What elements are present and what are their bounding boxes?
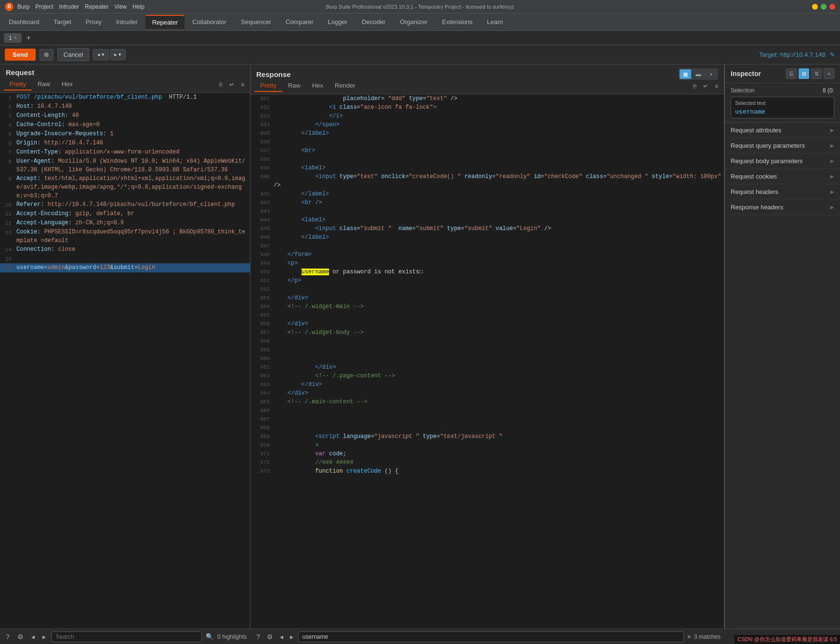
close-button[interactable]	[829, 4, 835, 10]
view-top-btn[interactable]: ▬	[693, 69, 704, 79]
next-button[interactable]: ▸ ▾	[110, 49, 126, 60]
nav-tabs: Dashboard Target Proxy Intruder Repeater…	[0, 13, 840, 31]
resp-line-972: 972 //### #####	[250, 458, 724, 467]
tab-sequencer[interactable]: Sequencer	[234, 15, 278, 28]
send-button[interactable]: Send	[5, 49, 36, 61]
view-split-btn[interactable]: ▦	[680, 69, 691, 79]
resp-clear-search-btn[interactable]: ×	[687, 633, 691, 641]
response-menu-btn[interactable]: ≡	[713, 82, 720, 90]
request-tab-hex[interactable]: Hex	[56, 78, 79, 90]
prev-button[interactable]: ◂ ▾	[93, 49, 109, 60]
inspector-close-btn[interactable]: ×	[824, 68, 834, 79]
repeater-tab-1-close[interactable]: ×	[14, 35, 17, 40]
response-tab-hex[interactable]: Hex	[306, 80, 329, 92]
resp-line-955: 955	[250, 311, 724, 320]
resp-fwd-btn[interactable]: ▸	[288, 632, 295, 642]
req-settings-btn[interactable]: ⚙	[15, 632, 26, 642]
tab-target[interactable]: Target	[47, 15, 78, 28]
inspector-request-cookies[interactable]: Request cookies ▶	[725, 169, 840, 184]
menu-view[interactable]: View	[114, 3, 127, 10]
request-bottom-bar: ? ⚙ ◂ ▸ 🔍 0 highlights	[0, 629, 250, 644]
cancel-button[interactable]: Cancel	[57, 48, 89, 61]
req-help-btn[interactable]: ?	[4, 632, 12, 642]
menu-intruder[interactable]: Intruder	[59, 3, 79, 10]
tab-logger[interactable]: Logger	[321, 15, 354, 28]
bottom-bars: ? ⚙ ◂ ▸ 🔍 0 highlights ? ⚙ ◂ ▸ × 3 match…	[0, 629, 840, 644]
resp-line-956: 956 </div>	[250, 320, 724, 328]
tab-organizer[interactable]: Organizer	[393, 15, 434, 28]
menu-help[interactable]: Help	[132, 3, 144, 10]
menu-project[interactable]: Project	[35, 3, 53, 10]
request-wrap-btn[interactable]: ↵	[227, 80, 236, 89]
request-line-10: 10 Referer: http://10.4.7.148/pikachu/vu…	[0, 200, 250, 209]
maximize-button[interactable]	[821, 4, 827, 10]
resp-help-btn[interactable]: ?	[254, 632, 262, 642]
inspector-response-headers[interactable]: Response headers ▶	[725, 200, 840, 215]
inspector-split-btn[interactable]: ⊞	[799, 68, 809, 79]
tab-dashboard[interactable]: Dashboard	[2, 15, 46, 28]
tab-proxy[interactable]: Proxy	[79, 15, 108, 28]
menu-burp[interactable]: Burp	[17, 3, 29, 10]
request-code-area[interactable]: 1 POST /pikachu/vul/burteforce/bf_client…	[0, 93, 250, 629]
req-search-icon-btn[interactable]: 🔍	[206, 633, 213, 640]
request-line-16: 16 username=admin&password=123&submit=Lo…	[0, 263, 250, 272]
window-controls	[812, 4, 835, 10]
selection-count: 8 (0:	[823, 87, 834, 94]
response-title: Response	[256, 70, 291, 78]
inspector-request-headers[interactable]: Request headers ▶	[725, 184, 840, 200]
view-right-btn[interactable]: ▪	[706, 69, 717, 79]
tab-collaborator[interactable]: Collaborator	[185, 15, 233, 28]
selection-label: Selection 8 (0:	[731, 87, 834, 94]
resp-line-959: 959	[250, 346, 724, 354]
inspector-request-attributes[interactable]: Request attributes ▶	[725, 123, 840, 138]
response-tab-pretty[interactable]: Pretty	[254, 80, 282, 92]
repeater-tab-1[interactable]: 1 ×	[4, 33, 22, 43]
settings-button[interactable]: ⚙	[39, 49, 53, 61]
request-line-14: 14 Connection: close	[0, 245, 250, 254]
req-fwd-btn[interactable]: ▸	[40, 632, 48, 642]
request-line-11: 11 Accept-Encoding: gzip, deflate, br	[0, 209, 250, 219]
inspector-request-body-params[interactable]: Request body parameters ▶	[725, 154, 840, 169]
request-headers-arrow: ▶	[830, 189, 834, 194]
response-panel: Response ▦ ▬ ▪ Pretty Raw Hex Render ⎘ ↵…	[250, 64, 724, 629]
tab-repeater[interactable]: Repeater	[145, 15, 184, 29]
inspector-list-btn[interactable]: ☰	[786, 68, 797, 79]
request-query-params-label: Request query parameters	[731, 142, 805, 149]
response-copy-btn[interactable]: ⎘	[691, 82, 698, 90]
request-tab-pretty[interactable]: Pretty	[4, 78, 32, 90]
request-line-13: 13 Cookie: PHPSESSID=r8scqdued5oqq95rf7p…	[0, 228, 250, 245]
request-menu-btn[interactable]: ≡	[239, 80, 246, 89]
resp-line-971: 971 var code;	[250, 450, 724, 458]
view-buttons: ▦ ▬ ▪	[679, 68, 718, 80]
tab-decoder[interactable]: Decoder	[355, 15, 392, 28]
minimize-button[interactable]	[812, 4, 818, 10]
inspector-request-query-params[interactable]: Request query parameters ▶	[725, 138, 840, 154]
req-back-btn[interactable]: ◂	[29, 632, 37, 642]
resp-back-btn[interactable]: ◂	[278, 632, 285, 642]
resp-line-939: 939 <label>	[250, 164, 724, 172]
response-panel-header-row: Response ▦ ▬ ▪	[250, 64, 724, 80]
request-copy-btn[interactable]: ⎘	[217, 80, 224, 89]
response-code-area[interactable]: 931 placeholder= "ddd" type="text" /> 93…	[250, 94, 724, 629]
tab-extensions[interactable]: Extensions	[435, 15, 480, 28]
resp-line-938: 938	[250, 155, 724, 164]
tab-learn[interactable]: Learn	[480, 15, 510, 28]
resp-line-962: 962 <!-- /.page-content -->	[250, 372, 724, 380]
menu-repeater[interactable]: Repeater	[85, 3, 108, 10]
resp-settings-btn[interactable]: ⚙	[265, 632, 275, 642]
response-tab-raw[interactable]: Raw	[282, 80, 306, 92]
edit-target-button[interactable]: ✎	[830, 51, 835, 58]
request-body-params-arrow: ▶	[830, 158, 834, 164]
tab-intruder[interactable]: Intruder	[109, 15, 144, 28]
resp-line-933: 933 </i>	[250, 112, 724, 120]
tab-comparer[interactable]: Comparer	[279, 15, 320, 28]
new-tab-button[interactable]: +	[24, 34, 34, 42]
request-search-input[interactable]	[52, 631, 202, 642]
request-tab-raw[interactable]: Raw	[32, 78, 56, 90]
inspector-header: Inspector ☰ ⊞ ⇅ ×	[725, 64, 840, 83]
request-line-1: 1 POST /pikachu/vul/burteforce/bf_client…	[0, 93, 250, 102]
response-search-input[interactable]	[298, 631, 684, 642]
response-wrap-btn[interactable]: ↵	[701, 82, 710, 90]
inspector-sort-btn[interactable]: ⇅	[811, 68, 822, 79]
response-tab-render[interactable]: Render	[329, 80, 361, 92]
